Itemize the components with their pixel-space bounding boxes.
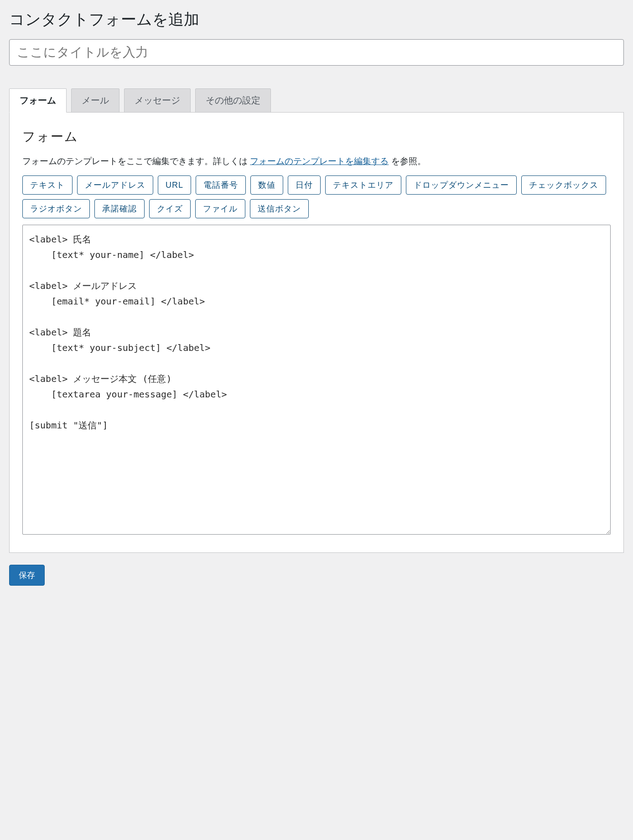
tabs: フォーム メール メッセージ その他の設定 (9, 88, 624, 113)
form-template-textarea[interactable] (22, 225, 611, 535)
tag-textarea-button[interactable]: テキストエリア (325, 175, 401, 195)
panel-desc-post: を参照。 (391, 156, 426, 166)
panel-heading: フォーム (22, 128, 611, 145)
title-input[interactable] (9, 39, 624, 66)
tag-quiz-button[interactable]: クイズ (149, 199, 191, 218)
tag-number-button[interactable]: 数値 (250, 175, 283, 195)
tab-mail[interactable]: メール (71, 88, 119, 113)
tab-panel-form: フォーム フォームのテンプレートをここで編集できます。詳しくは フォームのテンプ… (9, 112, 624, 553)
tag-file-button[interactable]: ファイル (195, 199, 245, 218)
tag-acceptance-button[interactable]: 承諾確認 (94, 199, 145, 218)
tag-tel-button[interactable]: 電話番号 (196, 175, 246, 195)
tag-text-button[interactable]: テキスト (22, 175, 73, 195)
tab-messages[interactable]: メッセージ (124, 88, 191, 113)
tab-other-settings[interactable]: その他の設定 (195, 88, 271, 113)
panel-description: フォームのテンプレートをここで編集できます。詳しくは フォームのテンプレートを編… (22, 155, 611, 167)
tag-date-button[interactable]: 日付 (288, 175, 321, 195)
panel-desc-link[interactable]: フォームのテンプレートを編集する (250, 156, 389, 166)
tag-submit-button[interactable]: 送信ボタン (250, 199, 309, 218)
tag-email-button[interactable]: メールアドレス (77, 175, 153, 195)
panel-desc-pre: フォームのテンプレートをここで編集できます。詳しくは (22, 156, 248, 166)
save-button[interactable]: 保存 (9, 565, 45, 586)
tab-form[interactable]: フォーム (9, 88, 67, 113)
tag-checkbox-button[interactable]: チェックボックス (521, 175, 606, 195)
tag-buttons: テキスト メールアドレス URL 電話番号 数値 日付 テキストエリア ドロップ… (22, 175, 611, 218)
tag-url-button[interactable]: URL (158, 175, 191, 195)
tag-dropdown-button[interactable]: ドロップダウンメニュー (406, 175, 517, 195)
tag-radio-button[interactable]: ラジオボタン (22, 199, 90, 218)
page-title: コンタクトフォームを追加 (9, 9, 624, 30)
